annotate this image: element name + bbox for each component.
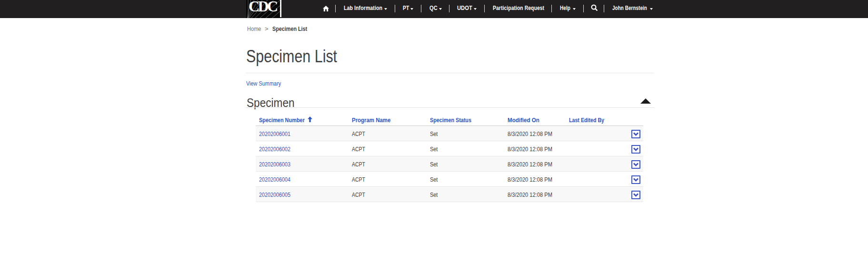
svg-text:CDC: CDC bbox=[249, 0, 278, 15]
